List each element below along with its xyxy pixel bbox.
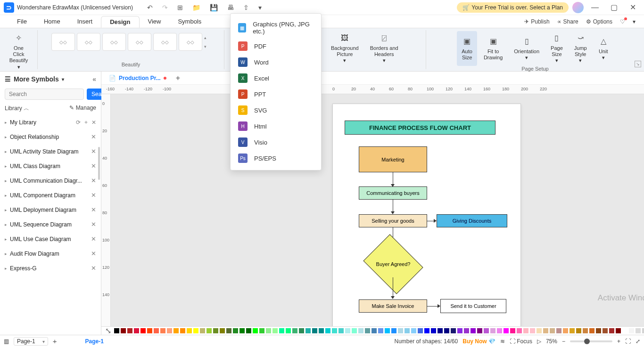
menu-design[interactable]: Design (101, 16, 139, 28)
background-picture-button[interactable]: 🖼 Background Picture ▾ (326, 31, 363, 66)
library-item[interactable]: ▸UML Activity State Diagram✕ (0, 144, 101, 159)
fullscreen-icon[interactable]: ⤢ (636, 338, 640, 345)
library-item[interactable]: ▸UML Use Case Diagram✕ (0, 232, 101, 246)
color-swatch[interactable] (285, 328, 291, 334)
color-swatch[interactable] (272, 328, 278, 334)
color-swatch[interactable] (490, 328, 496, 334)
publish-button[interactable]: ✈ Publish (524, 18, 549, 25)
color-swatch[interactable] (437, 328, 443, 334)
color-swatch[interactable] (246, 328, 252, 334)
color-swatch[interactable] (378, 328, 384, 334)
color-swatch[interactable] (371, 328, 377, 334)
zoom-in-button[interactable]: + (617, 338, 620, 345)
theme-style-5[interactable]: ◇◇ (153, 33, 177, 51)
jump-style-button[interactable]: ⤻ Jump Style ▾ (570, 31, 592, 66)
color-swatch[interactable] (576, 328, 582, 334)
color-swatch[interactable] (206, 328, 212, 334)
color-swatch[interactable] (166, 328, 173, 334)
color-swatch[interactable] (510, 328, 516, 334)
color-swatch[interactable] (404, 328, 410, 334)
flowchart-title[interactable]: FINANCE PROCESS FLOW CHART (345, 121, 495, 135)
page-tab[interactable]: Page-1 (85, 338, 103, 345)
export-pseps[interactable]: PsPS/EPS (231, 150, 321, 166)
close-icon[interactable]: ✕ (91, 162, 96, 169)
notification-button[interactable]: ♡ (620, 18, 625, 25)
minimize-button[interactable]: — (587, 1, 603, 14)
color-swatch[interactable] (622, 328, 628, 334)
chevron-down-icon[interactable]: ▾ (258, 4, 262, 11)
undo-icon[interactable]: ↶ (147, 4, 153, 11)
color-swatch[interactable] (114, 328, 120, 334)
theme-style-1[interactable]: ◇◇ (51, 33, 75, 51)
close-icon[interactable]: ✕ (91, 119, 96, 126)
color-swatch[interactable] (351, 328, 357, 334)
color-swatch[interactable] (463, 328, 470, 334)
color-swatch[interactable] (582, 328, 588, 334)
close-icon[interactable]: ✕ (91, 177, 96, 184)
export-word[interactable]: WWord (231, 54, 321, 70)
share-button[interactable]: ∝ Share (557, 18, 578, 25)
color-swatch[interactable] (384, 328, 390, 334)
menu-home[interactable]: Home (35, 16, 69, 27)
add-tab-button[interactable]: + (176, 74, 180, 82)
theme-style-4[interactable]: ◇◇ (128, 33, 151, 51)
library-item[interactable]: ▸UML Class Diagram✕ (0, 159, 101, 173)
color-swatch[interactable] (226, 328, 232, 334)
presentation-icon[interactable]: ▷ (537, 338, 541, 345)
zoom-slider[interactable] (570, 340, 612, 342)
color-swatch[interactable] (595, 328, 602, 334)
close-button[interactable]: ✕ (625, 1, 640, 14)
color-swatch[interactable] (127, 328, 133, 334)
collapse-sidebar-icon[interactable]: « (92, 75, 96, 83)
color-swatch[interactable] (417, 328, 423, 334)
shape-communicating[interactable]: Communicating buyers (359, 186, 427, 200)
document-tab[interactable]: 📄 Production Pr... (105, 73, 170, 83)
library-item[interactable]: ▸Audit Flow Diagram✕ (0, 246, 101, 261)
color-swatch[interactable] (589, 328, 595, 334)
style-scroll-up-icon[interactable]: ▴ (204, 35, 211, 40)
library-item[interactable]: ▸UML Component Diagram✕ (0, 188, 101, 202)
color-swatch[interactable] (331, 328, 338, 334)
theme-style-3[interactable]: ◇◇ (102, 33, 126, 51)
color-swatch[interactable] (609, 328, 615, 334)
redo-icon[interactable]: ↷ (162, 4, 168, 11)
shape-invoice[interactable]: Make Sale Invoice (359, 299, 427, 313)
color-swatch[interactable] (642, 328, 644, 334)
color-swatch[interactable] (549, 328, 555, 334)
print-icon[interactable]: 🖶 (227, 4, 234, 11)
page-selector[interactable]: Page-1 ▾ (14, 337, 48, 346)
color-swatch[interactable] (556, 328, 562, 334)
hamburger-icon[interactable]: ☰ (5, 75, 11, 83)
color-swatch[interactable] (523, 328, 529, 334)
color-swatch[interactable] (503, 328, 509, 334)
color-swatch[interactable] (543, 328, 549, 334)
export-icon[interactable]: ⇧ (243, 4, 249, 11)
color-swatch[interactable] (338, 328, 344, 334)
page-setup-launcher[interactable]: ↘ (635, 61, 641, 67)
chevron-down-icon[interactable]: ▾ (62, 77, 64, 82)
close-icon[interactable]: ✕ (91, 235, 96, 242)
fit-page-icon[interactable]: ⛶ (625, 338, 631, 345)
color-swatch[interactable] (529, 328, 536, 334)
shape-marketing[interactable]: Marketing (359, 146, 427, 172)
orientation-button[interactable]: ▯ Orientation ▾ (509, 31, 544, 66)
shape-selling[interactable]: Selling your goods (359, 214, 427, 227)
add-icon[interactable]: + (84, 119, 88, 126)
one-click-beautify-button[interactable]: ✧ One Click Beautify ▾ (4, 31, 33, 72)
color-swatch[interactable] (358, 328, 364, 334)
open-icon[interactable]: 📁 (192, 4, 200, 11)
color-swatch[interactable] (160, 328, 166, 334)
export-graphics[interactable]: ▦Graphics (PNG, JPG etc.) (231, 17, 321, 38)
library-item[interactable]: ▸My Library⟳+✕ (0, 115, 101, 129)
close-icon[interactable]: ✕ (91, 133, 96, 140)
close-icon[interactable]: ✕ (91, 192, 96, 199)
trial-badge[interactable]: 🛒 Your Free Trial is over. Select a Plan (457, 2, 569, 13)
color-swatch[interactable] (133, 328, 140, 334)
refresh-icon[interactable]: ⟳ (76, 119, 81, 126)
export-visio[interactable]: VVisio (231, 134, 321, 150)
library-item[interactable]: ▸UML Communication Diagr...✕ (0, 173, 101, 188)
color-swatch[interactable] (147, 328, 153, 334)
color-swatch[interactable] (219, 328, 225, 334)
color-swatch[interactable] (120, 328, 126, 334)
color-swatch[interactable] (186, 328, 192, 334)
